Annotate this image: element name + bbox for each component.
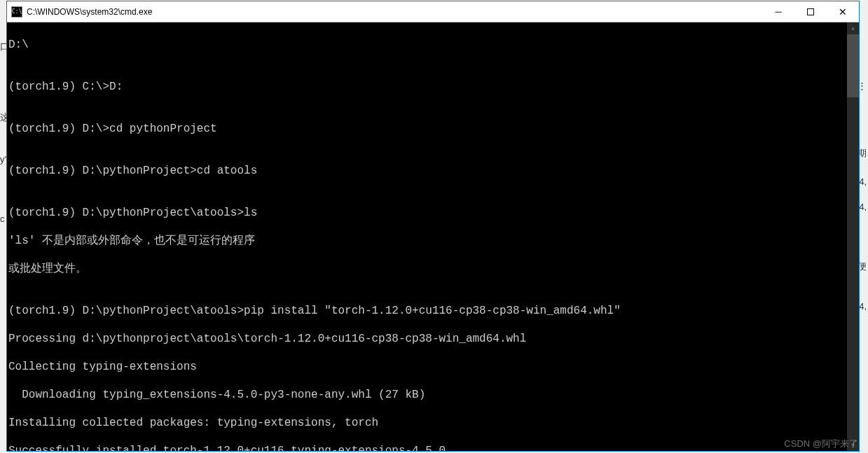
terminal-line: 'ls' 不是内部或外部命令，也不是可运行的程序 [8,234,859,248]
scroll-down-arrow-icon[interactable]: ▼ [847,439,859,451]
cmd-icon: C:\ [11,6,22,18]
scroll-thumb[interactable] [847,34,859,97]
window-title: C:\WINDOWS\system32\cmd.exe [27,7,762,17]
maximize-button[interactable] [794,1,827,22]
bg-char: 4, [859,202,867,212]
terminal-line: (torch1.9) D:\pythonProject>cd atools [8,164,859,178]
bg-char: c [0,214,5,224]
svg-rect-0 [808,8,814,15]
bg-char: y' [0,154,6,165]
scroll-up-arrow-icon[interactable]: ▲ [847,22,859,34]
window-controls: ─ ✕ [762,1,859,22]
terminal-line: Successfully installed torch-1.12.0+cu11… [8,444,859,451]
terminal-line: Processing d:\pythonproject\atools\torch… [8,332,859,346]
cmd-window: C:\ C:\WINDOWS\system32\cmd.exe ─ ✕ D:\ … [6,1,860,452]
close-button[interactable]: ✕ [827,1,859,22]
terminal-line: D:\ [8,38,859,52]
terminal-line: (torch1.9) C:\>D: [8,80,859,94]
terminal-line: (torch1.9) D:\>cd pythonProject [8,122,859,136]
minimize-button[interactable]: ─ [762,1,794,22]
title-bar[interactable]: C:\ C:\WINDOWS\system32\cmd.exe ─ ✕ [7,1,859,22]
terminal-line: 或批处理文件。 [8,262,859,276]
bg-char: 4, [859,176,867,187]
scroll-track[interactable] [847,34,859,439]
terminal-line: (torch1.9) D:\pythonProject\atools>ls [8,206,859,220]
terminal-line: (torch1.9) D:\pythonProject\atools>pip i… [8,304,859,318]
terminal-body[interactable]: D:\ (torch1.9) C:\>D: (torch1.9) D:\>cd … [7,22,859,451]
terminal-line: Downloading typing_extensions-4.5.0-py3-… [8,388,859,402]
scrollbar[interactable]: ▲ ▼ [847,22,859,451]
terminal-line: Installing collected packages: typing-ex… [8,416,859,430]
terminal-line: Collecting typing-extensions [8,360,859,374]
bg-char: 4, [859,301,867,312]
